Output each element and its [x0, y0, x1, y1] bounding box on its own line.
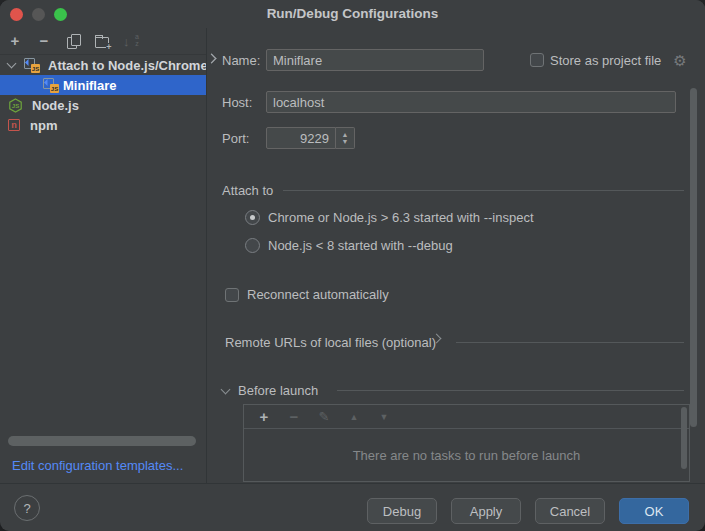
- dialog-body: + − + ↓a z JS: [0, 28, 705, 483]
- remote-urls-label: Remote URLs of local files (optional): [225, 335, 436, 350]
- separator-line: [283, 190, 684, 191]
- dialog-title: Run/Debug Configurations: [0, 0, 705, 28]
- tree-item-miniflare[interactable]: JS Miniflare: [0, 75, 206, 95]
- host-input[interactable]: [266, 91, 676, 113]
- move-task-up-button: ▲: [346, 409, 362, 425]
- radio-option-inspect[interactable]: Chrome or Node.js > 6.3 started with --i…: [245, 210, 534, 225]
- store-as-project-file-label: Store as project file: [550, 53, 661, 68]
- tree-item-label: Miniflare: [63, 78, 116, 93]
- store-as-project-file[interactable]: Store as project file ⚙: [530, 53, 687, 68]
- name-row: Name: Store as project file ⚙: [222, 49, 692, 71]
- port-label: Port:: [222, 131, 266, 146]
- copy-icon: [67, 34, 80, 48]
- chevron-down-icon[interactable]: [7, 59, 17, 69]
- cancel-button[interactable]: Cancel: [535, 498, 605, 524]
- move-task-down-button: ▼: [376, 409, 392, 425]
- tree-item-npm[interactable]: n npm: [0, 115, 206, 135]
- dialog-footer: ? Debug Apply Cancel OK: [0, 483, 705, 531]
- chevron-down-icon[interactable]: [221, 384, 231, 394]
- edit-configuration-templates-link[interactable]: Edit configuration templates...: [12, 458, 183, 473]
- titlebar: Run/Debug Configurations: [0, 0, 705, 28]
- before-launch-section[interactable]: Before launch: [222, 383, 684, 398]
- attach-config-icon: JS: [42, 77, 59, 93]
- debug-button[interactable]: Debug: [367, 498, 437, 524]
- plus-icon: +: [260, 409, 269, 425]
- reconnect-automatically[interactable]: Reconnect automatically: [225, 287, 389, 302]
- tree-item-label: npm: [30, 118, 57, 133]
- store-as-project-file-checkbox[interactable]: [530, 53, 544, 67]
- tree-item-attach-to-nodejs-chrome[interactable]: JS Attach to Node.js/Chrome: [0, 55, 206, 75]
- sidebar-toolbar: + − + ↓a z: [0, 28, 206, 55]
- before-launch-scrollbar[interactable]: [681, 407, 687, 469]
- port-row: Port: ▲ ▼: [222, 127, 355, 149]
- separator-line: [337, 390, 684, 391]
- nodejs-icon: JS: [8, 98, 23, 113]
- plus-icon: +: [11, 33, 20, 49]
- minimize-window-button: [32, 8, 45, 21]
- reconnect-label: Reconnect automatically: [247, 287, 389, 302]
- separator-line: [456, 342, 684, 343]
- port-input[interactable]: [266, 127, 336, 149]
- stepper-down-icon[interactable]: ▼: [342, 138, 349, 145]
- stepper-up-icon[interactable]: ▲: [342, 131, 349, 138]
- svg-text:JS: JS: [12, 101, 19, 108]
- tree-item-label: Node.js: [32, 98, 79, 113]
- attach-to-header: Attach to: [222, 183, 684, 198]
- attach-to-label: Attach to: [222, 183, 273, 198]
- configurations-sidebar: + − + ↓a z JS: [0, 28, 207, 483]
- question-mark-icon: ?: [23, 501, 30, 516]
- add-configuration-button[interactable]: +: [7, 33, 23, 49]
- pencil-icon: ✎: [319, 409, 330, 425]
- npm-icon: n: [8, 119, 20, 131]
- arrow-up-icon: ▲: [350, 409, 359, 425]
- add-task-button[interactable]: +: [256, 409, 272, 425]
- configurations-tree: JS Attach to Node.js/Chrome JS Miniflare: [0, 55, 206, 135]
- remove-task-button: −: [286, 409, 302, 425]
- gear-icon[interactable]: ⚙: [673, 53, 686, 68]
- configuration-form: Name: Store as project file ⚙ Host: Port…: [208, 28, 705, 483]
- remove-configuration-button[interactable]: −: [36, 33, 52, 49]
- sort-configurations-button: ↓a z: [123, 33, 139, 49]
- arrow-down-icon: ▼: [380, 409, 389, 425]
- reconnect-checkbox[interactable]: [225, 288, 239, 302]
- close-window-button[interactable]: [10, 8, 23, 21]
- radio-selected-icon[interactable]: [245, 210, 260, 225]
- footer-buttons: Debug Apply Cancel OK: [367, 498, 689, 524]
- host-row: Host:: [222, 91, 676, 113]
- before-launch-toolbar: + − ✎ ▲ ▼: [244, 405, 689, 429]
- radio-label: Chrome or Node.js > 6.3 started with --i…: [268, 210, 534, 225]
- name-label: Name:: [222, 53, 266, 68]
- radio-option-debug[interactable]: Node.js < 8 started with --debug: [245, 238, 453, 253]
- minus-icon: −: [40, 33, 49, 49]
- copy-configuration-button[interactable]: [65, 33, 81, 49]
- new-folder-button[interactable]: +: [94, 33, 110, 49]
- name-input[interactable]: [266, 49, 484, 71]
- tree-item-label: Attach to Node.js/Chrome: [48, 58, 206, 73]
- sidebar-horizontal-scrollbar[interactable]: [8, 436, 196, 446]
- attach-config-icon: JS: [23, 57, 40, 73]
- radio-label: Node.js < 8 started with --debug: [268, 238, 453, 253]
- ok-button[interactable]: OK: [619, 498, 689, 524]
- edit-task-button: ✎: [316, 409, 332, 425]
- new-folder-icon: +: [95, 35, 110, 48]
- run-debug-configurations-dialog: Run/Debug Configurations + − + ↓a z: [0, 0, 705, 531]
- remote-urls-section[interactable]: Remote URLs of local files (optional): [225, 335, 684, 350]
- before-launch-task-list: + − ✎ ▲ ▼ There are no tasks to run befo…: [243, 404, 690, 482]
- form-vertical-scrollbar[interactable]: [690, 88, 697, 427]
- tree-item-nodejs[interactable]: JS Node.js: [0, 95, 206, 115]
- help-button[interactable]: ?: [14, 495, 40, 521]
- host-label: Host:: [222, 95, 266, 110]
- before-launch-empty-text: There are no tasks to run before launch: [244, 429, 689, 482]
- traffic-lights: [10, 8, 67, 21]
- radio-unselected-icon[interactable]: [245, 238, 260, 253]
- zoom-window-button[interactable]: [54, 8, 67, 21]
- minus-icon: −: [290, 409, 299, 425]
- before-launch-label: Before launch: [238, 383, 318, 398]
- port-stepper: ▲ ▼: [336, 127, 355, 149]
- sort-icon: ↓a z: [123, 34, 139, 49]
- apply-button[interactable]: Apply: [451, 498, 521, 524]
